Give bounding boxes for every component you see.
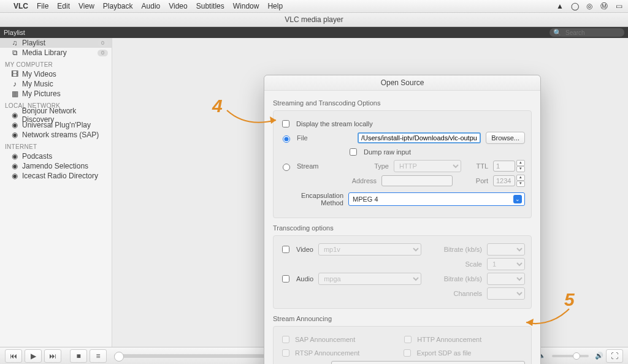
film-icon: 🎞 <box>11 70 18 78</box>
window-title: VLC media player <box>0 13 628 27</box>
sap-checkbox <box>282 336 289 343</box>
sidebar-group-title: MY COMPUTER <box>0 58 112 69</box>
status-icon[interactable]: ▭ <box>615 2 623 10</box>
video-enable-checkbox[interactable] <box>282 246 289 253</box>
volume-high-icon: 🔊 <box>595 352 603 360</box>
channels-label: Channels <box>454 290 482 297</box>
next-button[interactable]: ⏭ <box>44 349 61 363</box>
sidebar-item-bonjour[interactable]: ◉Bonjour Network Discovery <box>0 110 112 120</box>
fullscreen-button[interactable]: ⛶ <box>606 349 623 363</box>
sidebar-item-upnp[interactable]: ◉Universal Plug'n'Play <box>0 120 112 130</box>
volume-knob[interactable] <box>573 352 580 360</box>
export-sdp-label: Export SDP as file <box>416 349 471 357</box>
menu-video[interactable]: Video <box>169 2 187 10</box>
streaming-group: Display the stream locally File Browse..… <box>273 110 532 218</box>
transcoding-group: Video mp1v Bitrate (kb/s) Scale 1 Audio … <box>273 235 532 309</box>
stepper-up-icon[interactable]: ▴ <box>516 160 525 166</box>
scale-select: 1 <box>487 258 525 270</box>
status-icon[interactable]: ◎ <box>585 2 594 10</box>
open-source-dialog: Open Source Streaming and Transcoding Op… <box>264 75 541 364</box>
sidebar-item-icecast[interactable]: ◉Icecast Radio Directory <box>0 171 112 181</box>
browse-button[interactable]: Browse... <box>486 132 525 144</box>
stepper-up-icon[interactable]: ▴ <box>516 175 525 181</box>
menu-view[interactable]: View <box>78 2 94 10</box>
network-icon: ◉ <box>11 112 18 119</box>
volume-slider[interactable] <box>552 355 589 357</box>
app-name[interactable]: VLC <box>13 2 28 10</box>
music-icon: ♪ <box>11 80 18 88</box>
sidebar-item-label: Media Library <box>22 48 67 57</box>
http-checkbox <box>404 336 412 343</box>
display-locally-checkbox[interactable] <box>282 120 289 127</box>
sidebar-item-label: My Pictures <box>22 89 61 98</box>
port-stepper[interactable]: ▴▾ <box>493 175 525 187</box>
library-icon: ⧉ <box>11 49 18 56</box>
sidebar-item-media-library[interactable]: ⧉ Media Library 0 <box>0 48 112 58</box>
sidebar-item-my-pictures[interactable]: ▦My Pictures <box>0 89 112 99</box>
sidebar-item-my-videos[interactable]: 🎞My Videos <box>0 69 112 79</box>
sidebar-item-label: Jamendo Selections <box>22 162 88 170</box>
video-label: Video <box>296 246 313 253</box>
sidebar-item-my-music[interactable]: ♪My Music <box>0 79 112 89</box>
menu-subtitles[interactable]: Subtitles <box>196 2 224 10</box>
network-icon: ◉ <box>11 172 18 180</box>
play-button[interactable]: ▶ <box>25 349 42 363</box>
sidebar-group-title: INTERNET <box>0 140 112 151</box>
sidebar-item-label: Playlist <box>22 39 45 47</box>
stream-type-select: HTTP <box>394 160 461 172</box>
sidebar-item-label: Universal Plug'n'Play <box>22 121 91 129</box>
section-title-streaming: Streaming and Transcoding Options <box>273 99 532 107</box>
dest-file-radio[interactable] <box>283 135 290 143</box>
network-icon: ◉ <box>11 131 18 138</box>
audio-enable-checkbox[interactable] <box>282 275 289 282</box>
file-path-input[interactable] <box>358 132 481 143</box>
stop-button[interactable]: ■ <box>70 349 87 363</box>
menu-playback[interactable]: Playback <box>103 2 133 10</box>
status-icon[interactable]: ◯ <box>570 2 579 10</box>
playlist-header-label: Playlist <box>4 29 25 36</box>
menu-audio[interactable]: Audio <box>142 2 161 10</box>
svg-marker-1 <box>526 319 534 326</box>
audio-codec-select: mpga <box>318 273 421 285</box>
dest-stream-radio[interactable] <box>283 164 290 171</box>
enc-method-select[interactable]: MPEG 4 ⌄ <box>348 192 525 206</box>
port-label: Port <box>476 177 488 184</box>
search-field[interactable]: 🔍 <box>550 28 624 37</box>
file-label: File <box>297 134 325 142</box>
menu-edit[interactable]: Edit <box>57 2 70 10</box>
sidebar-item-jamendo[interactable]: ◉Jamendo Selections <box>0 161 112 171</box>
audio-bitrate-label: Bitrate (kb/s) <box>444 275 482 282</box>
menu-window[interactable]: Window <box>233 2 259 10</box>
stepper-down-icon[interactable]: ▾ <box>516 181 525 187</box>
video-codec-select: mp1v <box>318 243 421 256</box>
sidebar-item-podcasts[interactable]: ◉Podcasts <box>0 151 112 161</box>
svg-marker-0 <box>270 116 276 124</box>
sap-label: SAP Announcement <box>295 336 355 343</box>
rtsp-label: RTSP Announcement <box>295 349 359 357</box>
playlist-toggle-button[interactable]: ≡ <box>90 349 107 363</box>
status-icon[interactable]: ▲ <box>556 2 564 10</box>
network-icon: ◉ <box>11 153 18 160</box>
stepper-down-icon[interactable]: ▾ <box>516 166 525 172</box>
dump-raw-label: Dump raw input <box>364 148 411 156</box>
seek-knob[interactable] <box>114 352 124 362</box>
audio-bitrate-select <box>487 273 525 285</box>
status-icon[interactable]: Ⓜ <box>600 2 608 10</box>
ttl-stepper[interactable]: ▴▾ <box>493 160 525 172</box>
sidebar-item-sap[interactable]: ◉Network streams (SAP) <box>0 130 112 140</box>
address-label: Address <box>347 177 377 184</box>
dump-raw-checkbox[interactable] <box>350 148 357 156</box>
picture-icon: ▦ <box>11 90 18 97</box>
display-locally-label: Display the stream locally <box>296 120 373 127</box>
menubar: VLC File Edit View Playback Audio Video … <box>0 0 628 13</box>
chevron-updown-icon: ⌄ <box>513 195 522 203</box>
sidebar-item-playlist[interactable]: ♫ Playlist 0 <box>0 38 112 48</box>
prev-button[interactable]: ⏮ <box>5 349 22 363</box>
channels-select <box>487 287 525 300</box>
menu-file[interactable]: File <box>37 2 48 10</box>
search-input[interactable] <box>564 29 616 37</box>
playlist-header: Playlist 🔍 <box>0 27 628 38</box>
http-label: HTTP Announcement <box>417 336 481 343</box>
menu-help[interactable]: Help <box>267 2 283 10</box>
count-badge: 0 <box>98 40 108 47</box>
